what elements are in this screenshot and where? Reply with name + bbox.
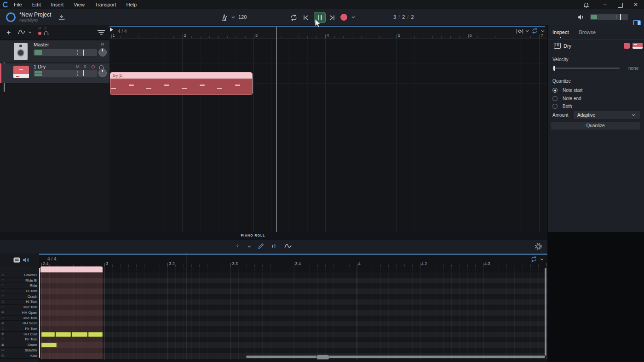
record-button[interactable] [340,14,347,21]
dry-track-meter[interactable] [34,70,97,77]
zoom-to-fit-icon[interactable] [516,29,523,34]
lane-ride[interactable]: ◠Ride [0,283,39,288]
lane-crash[interactable]: ◠Crash [0,294,39,300]
quantize-option-note-start[interactable]: Note start [552,88,582,93]
lane-hh-open[interactable]: ⊕HH Open [0,310,39,316]
window-close-button[interactable]: ✕ [632,1,639,8]
scrollbar-grip[interactable] [316,355,329,360]
settings-gear-icon[interactable] [535,243,542,250]
add-track-button[interactable]: + [6,28,11,37]
midi-note[interactable] [41,332,55,337]
track-row-master[interactable]: Master M [0,40,109,62]
global-mute-label[interactable]: M [38,27,41,30]
radio-note-end[interactable] [552,96,558,101]
lane-mid-tom[interactable]: □Mid Tom [0,316,39,321]
clip-dry-1[interactable]: Dry (1) [110,73,252,95]
playhead-position-display[interactable]: 3 / 2 / 2 [393,14,414,20]
midi-note[interactable] [88,332,103,337]
master-mute-button[interactable]: M [101,42,104,46]
metronome-chevron-icon[interactable] [231,16,235,18]
horizontal-scrollbar[interactable] [246,356,545,358]
vertical-scrollbar[interactable] [545,268,546,356]
snap-divide-icon[interactable]: ÷ [236,242,239,249]
arrangement-ruler[interactable]: 4 / 4 1234567 [109,27,547,39]
text-tool-icon[interactable]: ᴛI [271,243,276,249]
notifications-bell-icon[interactable] [582,1,590,8]
record-chevron-icon[interactable] [351,16,355,18]
volume-fader-handle[interactable] [620,14,621,20]
zoom-chevron-icon[interactable] [525,30,529,32]
track-name[interactable]: 1 Dry [34,64,46,69]
tab-browse[interactable]: Browse [579,29,596,35]
keyboard-view-icon[interactable] [13,257,20,263]
pencil-tool-icon[interactable] [258,243,264,249]
clip-header[interactable]: Dry (1) [110,73,252,79]
project-title[interactable]: *New Project [19,11,51,18]
lane-snare[interactable]: ▣Snare [0,342,39,348]
dry-mute-button[interactable]: M [76,64,80,69]
preview-speaker-icon[interactable] [23,257,29,263]
window-maximize-button[interactable] [618,3,623,8]
window-minimize-button[interactable]: – [601,1,609,8]
arrangement-grid[interactable]: Dry (1) [109,38,547,232]
metronome-icon[interactable] [219,13,229,22]
tab-inspect[interactable]: Inspect [552,29,569,35]
clip-mini-preview[interactable] [632,43,643,49]
master-pan-knob[interactable] [98,48,107,57]
radio-both[interactable] [552,104,558,109]
velocity-slider-handle[interactable] [553,66,555,71]
piano-roll-loop-chevron-icon[interactable] [540,258,544,260]
skip-to-start-icon[interactable] [302,14,310,21]
track-filter-icon[interactable] [98,29,105,35]
velocity-slider-track[interactable] [552,68,620,69]
automation-chevron-icon[interactable] [28,31,32,34]
master-volume-icon[interactable] [577,14,584,20]
quantize-option-note-end[interactable]: Note end [552,96,581,101]
lane-flr-tom[interactable]: □Flr Tom [0,326,39,332]
headphone-icon[interactable] [44,31,49,36]
lane-sidestk[interactable]: ▭SideStk [0,348,39,353]
radio-note-start[interactable] [552,88,558,93]
lane-hh-clsd[interactable]: ⊕HH Clsd [0,332,39,337]
menu-view[interactable]: View [72,2,86,7]
pause-button[interactable] [314,12,326,23]
app-logo-icon[interactable] [2,1,9,8]
lane-hh-semi[interactable]: ⊕HH Semi [0,321,39,326]
piano-roll-grid[interactable]: ··· [40,266,547,360]
lane-scrollbar[interactable] [39,268,40,358]
piano-roll-clip-header[interactable]: ··· [40,266,103,272]
automation-wave-icon[interactable] [18,30,25,35]
midi-note[interactable] [72,332,87,337]
menu-insert[interactable]: Insert [49,2,66,7]
quantize-option-both[interactable]: Both [552,104,572,109]
lane-cowbell[interactable]: △Cowbell [0,272,39,278]
menu-transport[interactable]: Transport [93,2,118,7]
loop-icon[interactable] [289,13,298,22]
tempo-display[interactable]: 120 [238,14,247,20]
track-row-dry[interactable]: 1 Dry M S [0,63,111,83]
skip-to-end-icon[interactable] [328,14,335,21]
midi-note[interactable] [56,332,71,337]
global-solo-label[interactable]: S [44,27,46,30]
snap-chevron-icon[interactable] [247,245,251,248]
velocity-wave-icon[interactable] [284,244,292,249]
track-name[interactable]: Master [34,42,49,47]
lane-hi-tom[interactable]: □Hi Tom [0,288,39,294]
menu-help[interactable]: Help [125,2,139,7]
dry-pan-knob[interactable] [98,69,107,77]
dry-solo-button[interactable]: S [84,64,87,69]
menu-edit[interactable]: Edit [30,2,43,7]
midi-note[interactable] [41,343,57,347]
lane-ride-bl[interactable]: ◠Ride Bl [0,278,39,283]
loop-chevron-icon[interactable] [541,30,545,32]
lane-mid-tom[interactable]: □Mid Tom [0,305,39,310]
dry-record-arm-icon[interactable] [92,65,95,68]
piano-roll-ruler[interactable]: 4 / 4 2.433.23.33.444.24.34.4 [39,255,547,266]
loop-toggle-icon[interactable] [531,28,538,34]
master-volume-slider[interactable] [590,14,628,20]
quantize-apply-button[interactable]: Quantize [551,122,640,130]
lane-flr-tom[interactable]: □Flr Tom [0,337,39,343]
playhead-marker-icon[interactable] [110,28,114,32]
master-track-meter[interactable] [34,49,97,56]
piano-roll-loop-icon[interactable] [530,256,537,262]
